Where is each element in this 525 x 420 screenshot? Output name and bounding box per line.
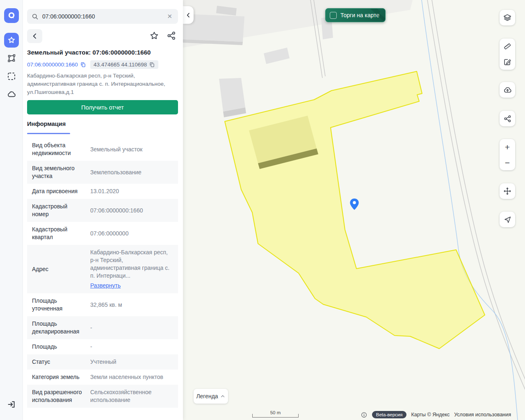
measure-draw-group (500, 39, 515, 70)
share-icon (503, 114, 512, 123)
table-row: Вид объекта недвижимостиЗемельный участо… (27, 138, 178, 161)
login-button[interactable] (4, 397, 19, 412)
navigate-icon (503, 215, 512, 224)
row-value: - (90, 324, 173, 332)
tab-information[interactable]: Информация (27, 121, 66, 132)
collapse-panel-button[interactable] (183, 6, 194, 24)
app-logo[interactable] (4, 8, 19, 23)
layers-icon (503, 13, 512, 22)
auction-checkbox[interactable] (330, 12, 337, 19)
yandex-copyright-link[interactable]: Карты © Яндекс (411, 412, 450, 418)
row-label: Площадь уточненная (32, 297, 84, 313)
beta-badge: Beta-версия (372, 411, 407, 418)
map-canvas[interactable]: Торги на карте (183, 0, 525, 420)
cloud-icon (7, 89, 16, 99)
clear-search-icon[interactable]: ✕ (165, 12, 174, 21)
polygon-tool-button[interactable] (4, 51, 19, 66)
terms-of-use-link[interactable]: Условия использования (454, 412, 511, 418)
favorites-button[interactable] (4, 33, 19, 48)
row-value: 07:06:0000000 (90, 230, 173, 237)
pan-button[interactable] (500, 183, 515, 199)
row-label: Кадастровый квартал (32, 226, 84, 241)
copy-icon[interactable] (149, 62, 155, 68)
favorite-star-icon[interactable] (149, 31, 159, 41)
copy-icon[interactable] (80, 62, 86, 68)
table-row: СтатусУчтенный (27, 354, 178, 370)
star-icon (7, 35, 16, 45)
search-bar: ✕ (27, 9, 178, 24)
draw-button[interactable] (500, 54, 515, 70)
move-icon (503, 187, 512, 196)
zoom-group: + − (500, 139, 515, 170)
chips-row: 07:06:0000000:1660 43.474665 44.110698 (27, 60, 158, 69)
share-icon[interactable] (167, 31, 176, 41)
info-icon[interactable] (361, 411, 368, 418)
search-icon (31, 13, 39, 21)
row-label: Категория земель (32, 373, 84, 381)
table-row: Категория земельЗемли населенных пунктов (27, 370, 178, 385)
table-row: Вид разрешенного использованияСельскохоз… (27, 385, 178, 408)
address-truncated: Кабардино-Балкарская респ, р-н Терский, … (90, 249, 169, 279)
auctions-on-map-toggle[interactable]: Торги на карте (325, 8, 386, 22)
row-label: Вид объекта недвижимости (32, 142, 84, 157)
cloud-upload-icon (503, 85, 512, 95)
cloud-button[interactable] (4, 87, 19, 102)
info-table: Вид объекта недвижимостиЗемельный участо… (27, 138, 178, 408)
table-row: Площадь- (27, 339, 178, 354)
map-pin-icon (349, 197, 360, 211)
layers-button[interactable] (500, 10, 515, 25)
select-area-button[interactable] (4, 69, 19, 84)
row-value: Учтенный (90, 358, 173, 366)
row-label: Дата присвоения (32, 187, 84, 195)
map-attribution: Beta-версия Карты © Яндекс Условия испол… (361, 411, 511, 418)
row-value: Земли населенных пунктов (90, 373, 173, 381)
chevron-up-icon (220, 393, 226, 399)
row-value: 32,865 кв. м (90, 301, 173, 309)
chevron-left-icon (31, 32, 39, 40)
page-title: Земельный участок: 07:06:0000000:1660 (27, 49, 178, 56)
chevron-left-icon (185, 12, 192, 18)
auction-toggle-label: Торги на карте (340, 12, 379, 18)
row-value: Сельскохозяйственное использование (90, 388, 173, 404)
table-row: Площадь декларированная- (27, 316, 178, 339)
tab-underline (27, 133, 70, 134)
edit-icon (503, 57, 512, 66)
row-label: Кадастровый номер (32, 203, 84, 218)
zoom-in-button[interactable]: + (500, 139, 515, 155)
search-input[interactable] (42, 13, 165, 20)
coordinates-chip[interactable]: 43.474665 44.110698 (90, 60, 158, 69)
locate-button[interactable] (500, 212, 515, 227)
zoom-out-button[interactable]: − (500, 155, 515, 170)
row-value: 13.01.2020 (90, 187, 173, 195)
expand-address-link[interactable]: Развернуть (90, 282, 121, 290)
row-value: - (90, 343, 173, 351)
row-value: 07:06:0000000:1660 (90, 207, 173, 215)
table-row: Вид земельного участкаЗемлепользование (27, 161, 178, 184)
row-label: Вид разрешенного использования (32, 388, 84, 404)
table-row: Дата присвоения13.01.2020 (27, 184, 178, 199)
row-label: Адрес (32, 265, 84, 273)
details-panel: ✕ Земельный участок: 07:06:0000000:1660 … (23, 0, 183, 420)
minus-icon: − (505, 158, 510, 167)
back-button[interactable] (27, 29, 42, 43)
get-report-button[interactable]: Получить отчет (27, 100, 178, 114)
ruler-button[interactable] (500, 39, 515, 54)
row-value: Кабардино-Балкарская респ, р-н Терский, … (90, 249, 173, 290)
table-row: Площадь уточненная32,865 кв. м (27, 293, 178, 316)
table-row-address: Адрес Кабардино-Балкарская респ, р-н Тер… (27, 245, 178, 293)
upload-button[interactable] (500, 82, 515, 98)
legend-button[interactable]: Легенда (194, 389, 228, 404)
share-map-button[interactable] (500, 111, 515, 126)
row-label: Статус (32, 358, 84, 366)
cadastral-number-link[interactable]: 07:06:0000000:1660 (27, 62, 86, 68)
login-icon (7, 399, 16, 409)
table-row: Кадастровый номер07:06:0000000:1660 (27, 199, 178, 222)
dashed-select-icon (7, 71, 16, 81)
header-actions (149, 31, 176, 41)
app-logo-icon (7, 11, 16, 21)
address-text: Кабардино-Балкарская респ, р-н Терский, … (27, 72, 178, 96)
ruler-icon (503, 42, 512, 51)
row-label: Площадь декларированная (32, 320, 84, 336)
icon-rail (0, 0, 23, 420)
row-value: Земельный участок (90, 146, 173, 153)
